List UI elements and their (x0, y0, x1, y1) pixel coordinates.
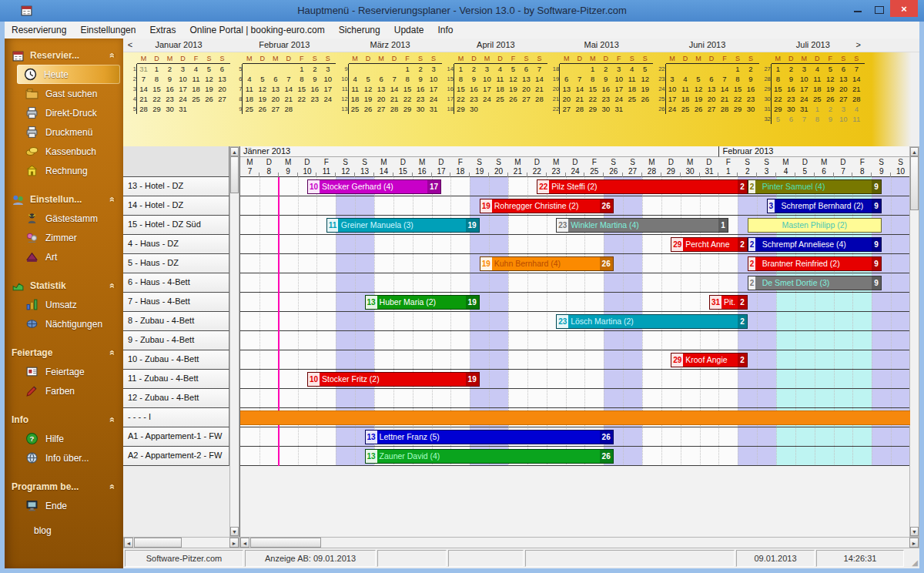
mini-cal-day[interactable]: 24 (480, 94, 494, 104)
sidebar-item-n-chtigungen[interactable]: Nächtigungen (5, 314, 123, 333)
chevron-up-icon[interactable]: » (107, 197, 118, 203)
mini-cal-day[interactable]: 9 (163, 74, 176, 84)
mini-cal-day[interactable]: 31 (798, 104, 811, 114)
mini-cal-day[interactable]: 10 (427, 74, 440, 84)
mini-cal-day[interactable]: 12 (692, 84, 705, 94)
mini-cal-day[interactable]: 1 (401, 64, 414, 74)
day-number-header[interactable]: 28 (642, 167, 661, 177)
mini-cal-day[interactable]: 20 (837, 84, 850, 94)
mini-cal-day[interactable]: 10 (837, 114, 850, 124)
mini-cal-day[interactable]: 26 (362, 104, 375, 114)
reservation-bar[interactable]: Masten Philipp (2) (748, 218, 882, 233)
mini-cal-day[interactable]: 22 (732, 94, 745, 104)
mini-cal-day[interactable]: 1 (150, 64, 163, 74)
mini-cal-day[interactable]: 23 (163, 94, 176, 104)
room-row-label[interactable]: A1 - Appartement-1 - FW (123, 427, 229, 447)
mini-cal-day[interactable]: 21 (137, 94, 150, 104)
sidebar-item-kassenbuch[interactable]: Kassenbuch (5, 142, 123, 161)
mini-cal-day[interactable]: 17 (612, 84, 625, 94)
room-row-label[interactable]: 8 - Zubau - 4-Bett (123, 312, 229, 331)
mini-cal-day[interactable]: 9 (745, 74, 758, 84)
mini-cal-day[interactable]: 27 (520, 94, 533, 104)
day-number-header[interactable]: 10 (298, 167, 317, 177)
sidebar-item-druckmen[interactable]: Druckmenü (5, 122, 123, 142)
mini-cal-day[interactable]: 15 (454, 84, 467, 94)
day-number-header[interactable]: 26 (604, 167, 623, 177)
mini-cal-day[interactable]: 7 (388, 74, 401, 84)
day-number-header[interactable]: 7 (834, 167, 853, 177)
mini-cal-day[interactable]: 14 (533, 74, 546, 84)
mini-cal-day[interactable]: 5 (824, 64, 837, 74)
mini-cal-day[interactable]: 29 (772, 104, 785, 114)
reservation-bar[interactable]: 2Pinter Samuel (4)9 (748, 179, 882, 194)
mini-cal-day[interactable]: 28 (388, 104, 401, 114)
mini-cal-day[interactable]: 18 (625, 84, 638, 94)
mini-cal-day[interactable]: 9 (414, 74, 427, 84)
mini-cal-day[interactable]: 12 (824, 74, 837, 84)
mini-cal-day[interactable]: 13 (520, 74, 533, 84)
mini-cal-day[interactable]: 24 (666, 104, 679, 114)
mini-cal-day[interactable]: 17 (666, 94, 679, 104)
mini-cal-day[interactable]: 26 (256, 104, 269, 114)
scroll-left-icon[interactable]: ◄ (124, 538, 133, 548)
reservation-bar[interactable]: 3Schrempf Bernhard (2)9 (767, 199, 882, 213)
mini-cal-day[interactable]: 27 (216, 94, 229, 104)
mini-cal-day[interactable]: 20 (705, 94, 718, 104)
sidebar-item-info-ber[interactable]: Info über... (5, 448, 123, 467)
scroll-right-icon[interactable]: ► (909, 538, 919, 548)
mini-cal-day[interactable]: 4 (189, 64, 203, 74)
reservation-bar[interactable]: 23Winkler Martina (4)1 (556, 218, 728, 233)
mini-cal-day[interactable]: 9 (599, 74, 612, 84)
reservation-bar[interactable]: 19Kuhn Bernhard (4)26 (480, 256, 614, 271)
mini-cal-day[interactable]: 15 (586, 84, 599, 94)
sidebar-section-header-reservier[interactable]: Reservier...» (5, 46, 123, 65)
sidebar-item-umsatz[interactable]: Umsatz (5, 295, 123, 314)
sidebar-item-rechnung[interactable]: Rechnung (5, 161, 123, 180)
mini-cal-day[interactable]: 19 (507, 84, 520, 94)
mini-cal-day[interactable]: 25 (625, 94, 638, 104)
mini-cal-day[interactable]: 9 (824, 114, 837, 124)
mini-cal-day[interactable]: 10 (666, 84, 679, 94)
mini-cal-day[interactable]: 12 (256, 84, 269, 94)
menu-item-sicherung[interactable]: Sicherung (332, 22, 387, 39)
mini-cal-day[interactable]: 10 (612, 74, 625, 84)
mini-cal-day[interactable]: 4 (679, 74, 692, 84)
mini-cal-day[interactable]: 10 (176, 74, 189, 84)
mini-cal-day[interactable]: 7 (282, 74, 295, 84)
room-row-label[interactable]: 9 - Zubau - 4-Bett (123, 331, 229, 350)
mini-cal-day[interactable]: 23 (599, 94, 612, 104)
day-number-header[interactable]: 20 (489, 167, 508, 177)
day-number-header[interactable]: 2 (738, 167, 757, 177)
mini-cal-day[interactable]: 29 (586, 104, 599, 114)
mini-cal-day[interactable]: 14 (282, 84, 295, 94)
mini-cal-day[interactable]: 6 (560, 74, 573, 84)
mini-cal-day[interactable]: 1 (295, 64, 308, 74)
sidebar-footer-blog[interactable]: blog (34, 525, 123, 536)
mini-cal-day[interactable]: 30 (414, 104, 427, 114)
mini-cal-day[interactable]: 26 (692, 104, 705, 114)
mini-cal-day[interactable]: 10 (321, 74, 334, 84)
scroll-thumb[interactable] (230, 156, 239, 193)
mini-cal-day[interactable]: 5 (772, 114, 785, 124)
mini-cal-day[interactable]: 30 (785, 104, 798, 114)
reservation-bar[interactable]: 29Kroof Angie2 (671, 353, 747, 367)
mini-cal-day[interactable]: 12 (362, 84, 375, 94)
room-row-label[interactable]: 11 - Zubau - 4-Bett (123, 370, 229, 389)
mini-cal-day[interactable]: 2 (745, 64, 758, 74)
scroll-thumb[interactable] (910, 156, 919, 210)
menu-item-update[interactable]: Update (387, 22, 431, 39)
mini-cal-day[interactable]: 24 (427, 94, 440, 104)
mini-cal-day[interactable]: 13 (560, 84, 573, 94)
room-list-vertical-scrollbar[interactable]: ▲▼ (229, 146, 239, 537)
mini-cal-day[interactable]: 11 (625, 74, 638, 84)
mini-cal-day[interactable]: 31 (612, 104, 625, 114)
mini-cal-day[interactable]: 8 (586, 74, 599, 84)
mini-cal-day[interactable]: 16 (745, 84, 758, 94)
day-number-header[interactable]: 11 (316, 167, 336, 177)
mini-cal-day[interactable]: 14 (718, 84, 732, 94)
mini-cal-day[interactable]: 1 (811, 104, 824, 114)
mini-cal-day[interactable]: 7 (718, 74, 732, 84)
mini-cal-day[interactable]: 6 (216, 64, 229, 74)
mini-cal-day[interactable]: 27 (560, 104, 573, 114)
chevron-up-icon[interactable]: » (107, 53, 118, 59)
